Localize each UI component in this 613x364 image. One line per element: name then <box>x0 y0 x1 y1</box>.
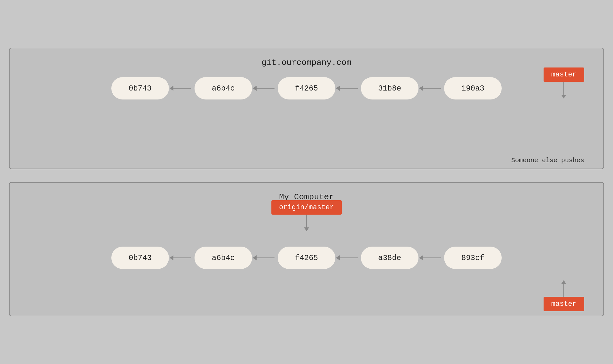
commit-node-a6b4c-top: a6b4c <box>195 77 252 99</box>
someone-else-note: Someone else pushes <box>511 157 584 164</box>
origin-master-badge: origin/master <box>271 200 342 215</box>
top-commit-row: 0b743 a6b4c f4265 31b8e 190a3 <box>19 77 594 99</box>
commit-node-31b8e-top: 31b8e <box>361 77 418 99</box>
bottom-master-badge: master <box>544 297 584 311</box>
top-diagram-title: git.ourcompany.com <box>19 58 594 67</box>
commit-node-a6b4c-bot: a6b4c <box>195 247 252 269</box>
bottom-master-wrapper: master <box>544 284 584 311</box>
commit-node-f4265-bot: f4265 <box>278 247 335 269</box>
top-master-badge: master <box>544 67 584 82</box>
bottom-diagram-box: My Computer origin/master 0b743 a6b4c f4… <box>9 182 604 316</box>
commit-node-0b743-top: 0b743 <box>111 77 169 99</box>
origin-master-wrapper: origin/master <box>271 200 342 227</box>
commit-node-893cf-bot: 893cf <box>444 247 502 269</box>
top-diagram-box: git.ourcompany.com master 0b743 a6b4c f4… <box>9 48 604 169</box>
commit-node-0b743-bot: 0b743 <box>111 247 169 269</box>
top-master-label-wrapper: master <box>544 67 584 95</box>
origin-master-arrow-down <box>306 215 307 227</box>
commit-node-f4265-top: f4265 <box>278 77 335 99</box>
commit-node-190a3-top: 190a3 <box>444 77 502 99</box>
commit-node-a38de-bot: a38de <box>361 247 418 269</box>
top-master-arrow-down <box>563 82 564 95</box>
bottom-commit-row: 0b743 a6b4c f4265 a38de 893cf <box>19 247 594 269</box>
bottom-master-arrow-up <box>563 284 564 297</box>
